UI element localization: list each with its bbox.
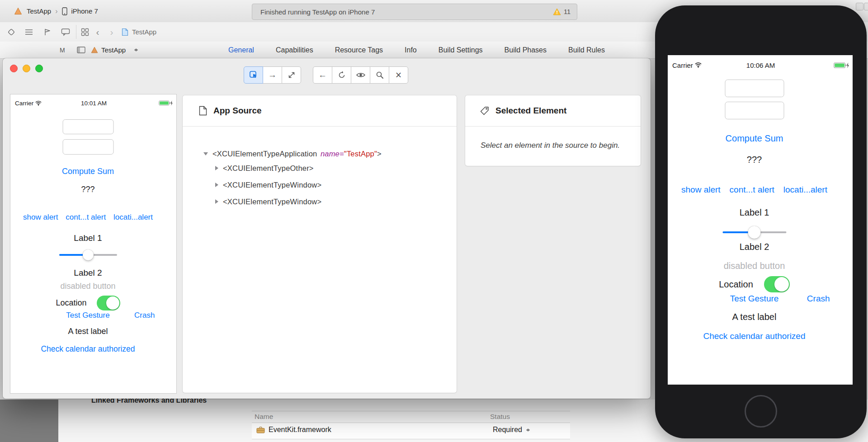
framework-status-cell[interactable]: Required (493, 426, 530, 434)
text-field-1[interactable] (725, 80, 784, 97)
text-field-2[interactable] (62, 139, 113, 155)
device-icon (62, 7, 67, 15)
list-icon[interactable] (23, 22, 35, 42)
activity-viewer[interactable]: Finished running TestApp on iPhone 7 11 (252, 4, 577, 20)
jump-bar-stepper[interactable] (134, 42, 138, 58)
select-element-button[interactable] (244, 66, 263, 84)
screenshot-root: TestApp › iPhone 7 Finished running Test… (0, 0, 868, 442)
framework-name-cell: EventKit.framework (256, 426, 331, 434)
arrow-right-icon: → (268, 70, 277, 80)
crash-button[interactable]: Crash (807, 294, 830, 304)
minimize-window-button[interactable] (23, 65, 30, 72)
editor-tab-build-settings[interactable]: Build Settings (439, 46, 483, 54)
editor-tab-resource-tags[interactable]: Resource Tags (335, 46, 383, 54)
iphone-simulator: Carrier 10:06 AM Compute Sum ??? show al… (655, 5, 867, 438)
test-gesture-button[interactable]: Test Gesture (730, 294, 779, 304)
close-session-button[interactable]: × (389, 66, 408, 84)
disclosure-triangle-icon[interactable] (215, 183, 218, 187)
disclosure-triangle-icon[interactable] (215, 199, 218, 204)
source-control-badge: M (60, 42, 65, 58)
crash-button[interactable]: Crash (134, 311, 155, 320)
close-window-button[interactable] (10, 65, 18, 72)
compute-sum-button[interactable]: Compute Sum (10, 167, 165, 176)
editor-tab-build-rules[interactable]: Build Rules (568, 46, 605, 54)
expand-tool-button[interactable] (282, 66, 301, 84)
warning-icon (553, 8, 561, 15)
jump-bar-project[interactable]: TestApp (101, 42, 126, 58)
tree-node-window-1[interactable]: <XCUIElementTypeWindow> (183, 179, 457, 191)
result-label: ??? (10, 185, 165, 194)
content-alert-button[interactable]: cont...t alert (730, 185, 774, 195)
app-source-header: App Source (183, 95, 457, 127)
show-alert-button[interactable]: show alert (23, 213, 58, 222)
xml-tag: <XCUIElementTypeWindow> (223, 197, 321, 206)
xml-tag: <XCUIElementTypeApplication (212, 150, 317, 158)
editor-tab-build-phases[interactable]: Build Phases (505, 46, 547, 54)
carrier-label: Carrier (672, 61, 693, 69)
arrow-left-icon: ← (318, 70, 327, 80)
comment-bubble-icon[interactable] (60, 22, 71, 42)
forward-navigation-icon[interactable]: › (107, 22, 116, 42)
text-field-1[interactable] (62, 119, 113, 134)
vc-status-label: M (60, 47, 65, 54)
simulator-screen: Carrier 10:06 AM Compute Sum ??? show al… (668, 55, 853, 385)
device-preview-panel: Carrier 10:01 AM Compute Sum ??? show al… (10, 94, 177, 394)
slider-thumb[interactable] (748, 226, 761, 239)
location-toggle[interactable] (97, 296, 120, 310)
tree-node-other[interactable]: <XCUIElementTypeOther> (183, 162, 457, 174)
location-toggle[interactable] (764, 276, 790, 292)
tag-icon (480, 106, 489, 116)
tab-testapp[interactable]: TestApp (132, 22, 156, 42)
location-alert-button[interactable]: locati...alert (783, 185, 827, 195)
chevron-left-icon: ‹ (96, 27, 99, 37)
zoom-window-button[interactable] (35, 65, 43, 72)
close-icon: × (396, 69, 401, 81)
warning-indicator[interactable]: 11 (553, 8, 571, 15)
label-1: Label 1 (668, 207, 841, 218)
refresh-button[interactable] (332, 66, 351, 84)
test-gesture-button[interactable]: Test Gesture (66, 311, 109, 320)
editor-tab-strip: General Capabilities Resource Tags Info … (228, 42, 605, 58)
disclosure-triangle-icon[interactable] (215, 166, 218, 170)
location-alert-button[interactable]: locati...alert (113, 213, 153, 222)
inspect-tool-group: → (244, 66, 301, 84)
window-controls (10, 65, 43, 72)
app-source-panel: App Source <XCUIElementTypeApplicationna… (183, 95, 457, 393)
move-tool-button[interactable]: → (263, 66, 282, 84)
related-items-icon[interactable] (5, 22, 17, 42)
tree-node-application[interactable]: <XCUIElementTypeApplicationname="TestApp… (183, 148, 457, 160)
ui-inspector-window: → ← × (3, 58, 651, 399)
slider[interactable] (722, 226, 786, 239)
chevron-right-icon: › (110, 27, 113, 37)
wifi-icon (695, 62, 702, 68)
compute-sum-button[interactable]: Compute Sum (668, 133, 841, 144)
slider[interactable] (59, 249, 117, 260)
check-calendar-button[interactable]: Check calendar authorized (668, 331, 841, 341)
slider-thumb[interactable] (83, 249, 94, 260)
tab-label: TestApp (132, 28, 156, 36)
zoom-search-button[interactable] (370, 66, 389, 84)
flag-icon[interactable] (42, 22, 53, 42)
check-calendar-button[interactable]: Check calendar authorized (10, 344, 165, 354)
xml-tag: > (377, 150, 382, 158)
tree-node-window-2[interactable]: <XCUIElementTypeWindow> (183, 196, 457, 207)
table-divider (252, 423, 570, 423)
back-button[interactable]: ← (313, 66, 332, 84)
tab-overview-icon[interactable] (79, 22, 91, 42)
editor-tab-info[interactable]: Info (405, 46, 417, 54)
editor-tab-capabilities[interactable]: Capabilities (276, 46, 313, 54)
disclosure-triangle-icon[interactable] (203, 152, 208, 155)
selected-element-header: Selected Element (465, 95, 641, 127)
show-alert-button[interactable]: show alert (681, 185, 721, 195)
content-alert-button[interactable]: cont...t alert (66, 213, 106, 222)
warning-count: 11 (564, 8, 571, 15)
preview-eye-button[interactable] (351, 66, 370, 84)
test-label: A test label (10, 327, 165, 336)
text-field-2[interactable] (725, 102, 784, 119)
scheme-selector[interactable]: TestApp › iPhone 7 (14, 0, 98, 22)
back-navigation-icon[interactable]: ‹ (93, 22, 102, 42)
home-button[interactable] (745, 395, 777, 428)
editor-pane-icon[interactable] (77, 42, 85, 58)
app-icon (14, 7, 23, 16)
editor-tab-general[interactable]: General (228, 46, 254, 54)
